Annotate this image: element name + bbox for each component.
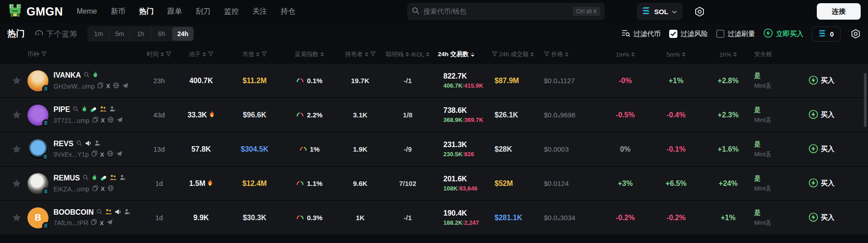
token-cell[interactable]: REVS 9VxEx...Y1p X xyxy=(27,139,143,160)
telegram-icon[interactable] xyxy=(117,116,123,125)
nav-item-follow[interactable]: 关注 xyxy=(252,7,267,16)
header-1m[interactable]: 1m% xyxy=(601,51,650,58)
buy-button[interactable]: 买入 xyxy=(809,110,835,121)
globe-icon[interactable] xyxy=(107,150,113,158)
token-avatar[interactable] xyxy=(27,105,48,126)
x-social-icon[interactable]: X xyxy=(106,83,110,89)
copy-icon[interactable] xyxy=(97,82,103,90)
header-token[interactable]: 币种 xyxy=(27,50,143,58)
telegram-icon[interactable] xyxy=(107,219,113,227)
buy-button[interactable]: 买入 xyxy=(809,178,835,189)
telegram-icon[interactable] xyxy=(122,82,128,90)
token-name[interactable]: PIPE xyxy=(53,106,70,114)
globe-icon[interactable] xyxy=(107,116,114,125)
buy-button[interactable]: 买入 xyxy=(809,212,835,223)
favorite-star-icon[interactable] xyxy=(5,76,27,85)
favorite-star-icon[interactable] xyxy=(5,144,27,154)
token-cell[interactable]: REMUS EiKZA...ump X xyxy=(27,173,143,194)
tab-next-bluechip[interactable]: 下个蓝筹 xyxy=(35,29,77,39)
header-bluechip[interactable]: 蓝筹指数 xyxy=(282,50,336,58)
token-name[interactable]: REMUS xyxy=(53,174,80,182)
sort-icon[interactable] xyxy=(733,52,737,57)
token-cell[interactable]: B BOOBCOIN 7AfLm...rPR X xyxy=(27,207,143,228)
favorite-star-icon[interactable] xyxy=(5,179,27,188)
token-avatar[interactable] xyxy=(27,70,48,91)
filter-funnel-icon[interactable] xyxy=(41,51,47,58)
favorite-star-icon[interactable] xyxy=(5,213,27,222)
timeframe-24h[interactable]: 24h xyxy=(172,27,193,41)
sort-icon[interactable] xyxy=(365,52,368,57)
token-avatar[interactable] xyxy=(27,173,48,194)
filter-token-button[interactable]: 过滤代币 xyxy=(622,29,661,38)
header-5m[interactable]: 5m% xyxy=(650,51,702,58)
filter-funnel-icon[interactable] xyxy=(208,51,213,58)
nav-item-new[interactable]: 新币 xyxy=(111,7,125,16)
token-avatar[interactable]: B xyxy=(27,207,48,228)
token-avatar[interactable] xyxy=(27,139,48,160)
nav-item-hot[interactable]: 热门 xyxy=(139,7,154,16)
x-social-icon[interactable]: X xyxy=(100,220,104,226)
chain-selector[interactable]: SOL xyxy=(637,3,682,20)
timeframe-6h[interactable]: 6h xyxy=(151,27,172,41)
search-icon[interactable] xyxy=(84,71,90,79)
nav-item-monitor[interactable]: 监控 xyxy=(224,7,239,16)
brand-logo[interactable]: GMGN xyxy=(7,3,63,20)
sort-icon[interactable] xyxy=(320,52,324,57)
copy-icon[interactable] xyxy=(92,185,98,193)
copy-icon[interactable] xyxy=(91,150,97,158)
scrollbar[interactable] xyxy=(864,73,867,127)
filter-funnel-icon[interactable] xyxy=(544,51,549,58)
sort-icon[interactable] xyxy=(565,52,569,57)
timeframe-1h[interactable]: 1h xyxy=(130,27,151,41)
filter-funnel-icon[interactable] xyxy=(370,51,376,58)
filter-risk-checkbox[interactable]: 过滤风险 xyxy=(669,30,708,38)
instant-buy-button[interactable]: 立即买入 xyxy=(763,28,804,39)
timeframe-5m[interactable]: 5m xyxy=(109,27,130,41)
tab-hot[interactable]: 热门 xyxy=(7,28,25,40)
search-input[interactable]: 搜索代币/钱包 Ctrl alt K xyxy=(407,3,605,20)
timeframe-1m[interactable]: 1m xyxy=(88,27,109,41)
sort-icon[interactable] xyxy=(426,52,430,57)
table-row[interactable]: B BOOBCOIN 7AfLm...rPR X 1d 9.9K $30.3K xyxy=(0,201,868,235)
token-name[interactable]: BOOBCOIN xyxy=(53,208,94,217)
nav-item-copytrade[interactable]: 跟单 xyxy=(167,7,182,16)
balance-pill[interactable]: 0 xyxy=(812,26,841,42)
table-row[interactable]: REMUS EiKZA...ump X 1d 1.5M $12.4M 1.1% … xyxy=(0,167,868,201)
search-icon[interactable] xyxy=(76,140,82,148)
search-icon[interactable] xyxy=(96,208,102,217)
copy-icon[interactable] xyxy=(92,116,98,125)
filter-funnel-icon[interactable] xyxy=(261,51,267,58)
sort-icon-active[interactable] xyxy=(471,52,474,57)
filter-funnel-icon[interactable] xyxy=(166,51,171,58)
buy-button[interactable]: 买入 xyxy=(809,75,835,86)
sort-icon[interactable] xyxy=(256,52,260,57)
copy-icon[interactable] xyxy=(91,219,97,227)
header-time[interactable]: 时间 xyxy=(143,50,176,58)
sort-icon[interactable] xyxy=(631,52,635,57)
x-social-icon[interactable]: X xyxy=(101,117,105,123)
settings-icon[interactable] xyxy=(851,29,861,39)
nav-item-holdings[interactable]: 持仓 xyxy=(281,7,295,16)
filter-wash-checkbox[interactable]: 过滤刷量 xyxy=(716,30,755,38)
token-cell[interactable]: IVANKA GH2wW...ump X xyxy=(27,70,143,91)
globe-icon[interactable] xyxy=(113,82,119,90)
token-name[interactable]: REVS xyxy=(53,140,74,148)
nav-item-meme[interactable]: Meme xyxy=(77,7,97,16)
header-volume[interactable]: 24h 成交额 xyxy=(492,50,540,58)
header-price[interactable]: 价格 xyxy=(540,50,601,58)
telegram-icon[interactable] xyxy=(116,150,122,158)
x-social-icon[interactable]: X xyxy=(100,152,104,158)
header-mcap[interactable]: 市值 xyxy=(227,50,282,58)
sort-icon[interactable] xyxy=(405,52,409,57)
header-pool[interactable]: 池子 xyxy=(176,50,227,58)
table-row[interactable]: PIPE 3T721...ump X 43d 33.3K $96.6K 2.2%… xyxy=(0,98,868,132)
table-row[interactable]: IVANKA GH2wW...ump X 23h 400.7K $11.2M 0… xyxy=(0,64,868,98)
sort-icon[interactable] xyxy=(682,52,686,57)
buy-button[interactable]: 买入 xyxy=(809,144,835,155)
token-cell[interactable]: PIPE 3T721...ump X xyxy=(27,105,143,126)
filter-funnel-icon[interactable] xyxy=(492,51,497,58)
globe-icon[interactable] xyxy=(107,185,114,193)
token-name[interactable]: IVANKA xyxy=(53,71,81,79)
header-smart-kol[interactable]: 聪明钱 /KOL xyxy=(384,50,431,58)
search-icon[interactable] xyxy=(73,106,79,114)
